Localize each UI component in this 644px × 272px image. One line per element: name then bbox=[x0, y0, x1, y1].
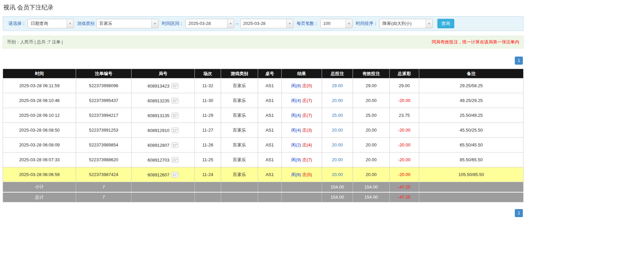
total-bet-link[interactable]: 20.00 bbox=[332, 157, 343, 162]
notice-text: 同局有效投注，统一计算在该局第一张注单内 bbox=[432, 39, 519, 45]
bet-id-cell: 522373988620 bbox=[76, 152, 132, 167]
table-no-cell: AS1 bbox=[258, 152, 282, 167]
player-result: 闲(4) bbox=[291, 128, 301, 133]
roadmap-icon[interactable] bbox=[171, 112, 179, 118]
roadmap-icon[interactable] bbox=[171, 98, 179, 104]
total-bet-link[interactable]: 25.00 bbox=[332, 113, 343, 118]
round-cell: 608913235 bbox=[132, 93, 195, 108]
date-from-combo[interactable]: 2025-03-28 ▼ bbox=[185, 19, 234, 28]
chevron-down-icon[interactable]: ▼ bbox=[346, 19, 352, 28]
game-type-combo[interactable]: 百家乐 ▼ bbox=[96, 19, 158, 28]
chevron-down-icon[interactable]: ▼ bbox=[426, 19, 432, 28]
session-cell: 11-26 bbox=[195, 138, 221, 152]
result-cell: 闲(6) 庄(5) bbox=[282, 167, 322, 182]
search-button[interactable]: 查询 bbox=[437, 19, 454, 28]
bet-id-cell: 522373995437 bbox=[76, 93, 132, 108]
page-button-1[interactable]: 1 bbox=[515, 209, 523, 217]
roadmap-icon[interactable] bbox=[171, 172, 179, 178]
table-row: 2025-03-28 06:11:59522373998096608913423… bbox=[3, 78, 524, 93]
time-range-label: 时间区间： bbox=[162, 21, 184, 27]
footer-empty-cell bbox=[195, 192, 221, 202]
payout-cell: -20.00 bbox=[390, 123, 419, 138]
column-header-4: 游戏类别 bbox=[221, 69, 258, 78]
roadmap-icon[interactable] bbox=[171, 142, 179, 148]
note-cell: 49.25/29.25 bbox=[419, 93, 524, 108]
page-title: 视讯 会员下注纪录 bbox=[3, 3, 524, 11]
total-bet-link[interactable]: 20.00 bbox=[332, 172, 343, 177]
date-to-combo[interactable]: 2025-03-28 ▼ bbox=[240, 19, 293, 28]
result-cell: 闲(8) 庄(0) bbox=[282, 78, 322, 93]
banker-result: 庄(7) bbox=[302, 113, 312, 118]
sort-order-combo[interactable]: 降幂(由大到小) ▼ bbox=[380, 19, 433, 28]
column-header-10: 备注 bbox=[419, 69, 524, 78]
currency-summary-text: 币别：人民币 | 总共 :7 注单 | bbox=[7, 39, 63, 45]
bet-id-cell: 522373989854 bbox=[76, 138, 132, 152]
game-type-cell: 百家乐 bbox=[221, 108, 258, 123]
session-cell: 11-32 bbox=[195, 78, 221, 93]
session-cell: 11-24 bbox=[195, 167, 221, 182]
chevron-down-icon[interactable]: ▼ bbox=[286, 19, 293, 28]
footer-empty-cell bbox=[282, 182, 322, 192]
game-type-cell: 百家乐 bbox=[221, 152, 258, 167]
session-cell: 11-25 bbox=[195, 152, 221, 167]
total-bet-link[interactable]: 29.00 bbox=[332, 83, 343, 88]
roadmap-icon[interactable] bbox=[171, 127, 179, 133]
total-bet-cell: 20.00 bbox=[322, 123, 353, 138]
total-bet-link[interactable]: 20.00 bbox=[332, 142, 343, 147]
footer-total-bet: 154.00 bbox=[322, 182, 353, 192]
valid-bet-cell: 25.00 bbox=[353, 108, 390, 123]
roadmap-icon[interactable] bbox=[171, 157, 179, 163]
page-size-combo[interactable]: 100 ▼ bbox=[320, 19, 353, 28]
chevron-down-icon[interactable]: ▼ bbox=[67, 19, 73, 28]
footer-empty-cell bbox=[221, 182, 258, 192]
footer-count: 7 bbox=[76, 182, 132, 192]
chevron-down-icon[interactable]: ▼ bbox=[227, 19, 234, 28]
total-bet-link[interactable]: 20.00 bbox=[332, 98, 343, 103]
pagination-top: 1 bbox=[3, 57, 523, 65]
session-cell: 11-30 bbox=[195, 93, 221, 108]
game-type-cell: 百家乐 bbox=[221, 78, 258, 93]
payout-cell: -20.00 bbox=[390, 152, 419, 167]
table-row: 2025-03-28 06:08:09522373989854608912807… bbox=[3, 138, 524, 152]
valid-bet-cell: 20.00 bbox=[353, 93, 390, 108]
bet-id-cell: 522373987424 bbox=[76, 167, 132, 182]
table-row: 2025-03-28 06:07:33522373988620608912703… bbox=[3, 152, 524, 167]
payout-cell: -20.00 bbox=[390, 138, 419, 152]
table-no-cell: AS1 bbox=[258, 78, 282, 93]
column-header-2: 局号 bbox=[132, 69, 195, 78]
note-cell: 45.50/25.50 bbox=[419, 123, 524, 138]
sort-order-label: 时间排序： bbox=[356, 21, 378, 27]
table-header-row: 时间注单编号局号场次游戏类别桌号结果总投注有效投注总派彩备注 bbox=[3, 69, 524, 78]
footer-empty-cell bbox=[258, 182, 282, 192]
total-bet-cell: 29.00 bbox=[322, 78, 353, 93]
total-bet-link[interactable]: 20.00 bbox=[332, 128, 343, 133]
filter-bar: 请选择： 日期查询 ▼ 游戏类别 百家乐 ▼ 时间区间： 2025-03-28 … bbox=[3, 16, 524, 31]
footer-empty-cell bbox=[258, 192, 282, 202]
bet-id-cell: 522373998096 bbox=[76, 78, 132, 93]
chevron-down-icon[interactable]: ▼ bbox=[151, 19, 158, 28]
roadmap-icon[interactable] bbox=[171, 83, 179, 89]
page-button-1[interactable]: 1 bbox=[515, 57, 523, 65]
session-cell: 11-27 bbox=[195, 123, 221, 138]
player-result: 闲(4) bbox=[291, 113, 301, 118]
round-id: 608912607 bbox=[147, 172, 169, 177]
column-header-8: 有效投注 bbox=[353, 69, 390, 78]
footer-valid-bet: 154.00 bbox=[353, 182, 390, 192]
valid-bet-cell: 20.00 bbox=[353, 123, 390, 138]
date-from-value: 2025-03-28 bbox=[186, 19, 227, 28]
banker-result: 庄(3) bbox=[302, 128, 312, 133]
table-row: 2025-03-28 06:06:59522373987424608912607… bbox=[3, 167, 524, 182]
player-result: 闲(2) bbox=[291, 142, 301, 147]
round-id: 608913235 bbox=[147, 98, 169, 103]
table-row: 2025-03-28 06:08:50522373991253608912910… bbox=[3, 123, 524, 138]
payout-cell: -20.00 bbox=[390, 167, 419, 182]
footer-empty-cell bbox=[282, 192, 322, 202]
time-cell: 2025-03-28 06:08:50 bbox=[3, 123, 76, 138]
result-cell: 闲(9) 庄(7) bbox=[282, 152, 322, 167]
game-type-value: 百家乐 bbox=[97, 19, 151, 28]
sort-order-value: 降幂(由大到小) bbox=[380, 19, 426, 28]
time-cell: 2025-03-28 06:10:12 bbox=[3, 108, 76, 123]
select-type-combo[interactable]: 日期查询 ▼ bbox=[28, 19, 74, 28]
valid-bet-cell: 20.00 bbox=[353, 167, 390, 182]
session-cell: 11-29 bbox=[195, 108, 221, 123]
